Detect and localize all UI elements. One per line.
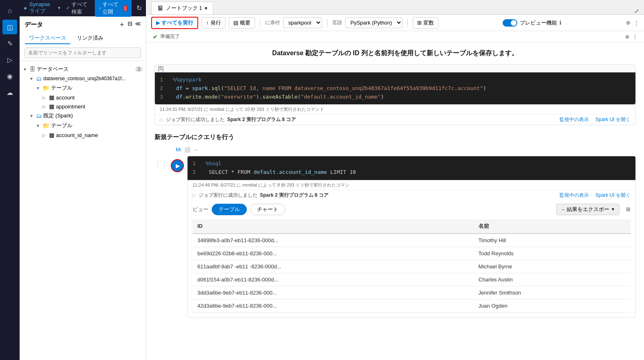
- spark-info-2: Spark 2 実行プログラム 8 コア: [260, 192, 329, 199]
- publish-button[interactable]: ↑ 発行: [201, 17, 226, 29]
- spark-info-1: Spark 2 実行プログラム 8 コア: [227, 116, 296, 123]
- add-resource-icon[interactable]: ＋: [119, 20, 125, 29]
- variables-button[interactable]: ⊞ 変数: [413, 17, 438, 29]
- cell-name: Todd Reynolds: [474, 247, 631, 260]
- chart-view-button[interactable]: チャート: [250, 204, 285, 215]
- view-tabs: ビュー テーブル チャート → 結果をエクスポー ▼ ⊞: [192, 204, 631, 215]
- manage-nav-icon[interactable]: ☁: [2, 85, 17, 100]
- more-options-icon[interactable]: ⋮: [634, 20, 639, 26]
- tree-table-account-id-name[interactable]: ▷ ▦ account_id_name: [20, 130, 146, 140]
- upload-icon: ↑: [206, 20, 209, 26]
- cell-2-toolbar-area: Mi ⬜ ···: [154, 146, 636, 154]
- cell-1-body: 1%%pyspark 2 df = spark.sql("SELECT Id, …: [155, 72, 635, 104]
- monitor-link-2[interactable]: 監視中の表示: [559, 192, 589, 199]
- cell-id: be69d226-02b8-eb11-8236-000...: [192, 247, 474, 260]
- tree-db2[interactable]: ▼ 🗂 既定 (Spark): [20, 111, 146, 121]
- language-select[interactable]: PySpark (Python): [345, 17, 402, 28]
- table-fullscreen-icon[interactable]: ⊞: [626, 206, 631, 212]
- job-success-label-2: ジョブ実行に成功しました: [199, 192, 257, 199]
- cell-2-more-icon[interactable]: ···: [194, 147, 198, 153]
- cell-1-meta: 11:24:31 PM, 6/27/21 に mmittal によって 10 秒…: [155, 104, 635, 114]
- tree-table-account[interactable]: ▷ ▦ account: [20, 93, 146, 102]
- table-row: 3dd3a6be-9eb7-eb11-8236-000...Jennifer S…: [192, 286, 631, 299]
- cell-2-body: 1%%sql 2 SELECT * FROM default.account_i…: [188, 156, 635, 180]
- home-nav-icon[interactable]: ⌂: [2, 3, 17, 18]
- publish-badge: 1: [123, 5, 127, 11]
- preview-toggle-switch[interactable]: [503, 19, 517, 27]
- preview-info-icon[interactable]: ℹ: [559, 20, 561, 26]
- data-nav-icon[interactable]: ◫: [2, 20, 17, 34]
- preview-toggle-area: プレビュー機能 ℹ: [503, 19, 561, 27]
- cell-2-wrapper: ⋮⋮ ▶ 1%%sql 2 SELECT * FROM default.acco…: [154, 156, 636, 318]
- spark-ui-link-1[interactable]: Spark UI を開く: [595, 116, 631, 123]
- job-success-label: ジョブ実行に成功しました: [166, 116, 225, 123]
- sparkpool-select[interactable]: sparkpool: [283, 17, 322, 28]
- notebook-tabs: 📓 ノートブック 1 ⤢: [146, 0, 644, 15]
- tree-db2-tables[interactable]: ▼ 📁 テーブル: [20, 121, 146, 130]
- job-expand-icon[interactable]: ▷: [160, 117, 163, 123]
- tree-db1-tables[interactable]: ▼ 📁 テーブル: [20, 83, 146, 93]
- search-all-button[interactable]: ✓ すべて検索: [66, 1, 90, 16]
- attach-label: に添付: [265, 19, 280, 26]
- spark-ui-link-2[interactable]: Spark UI を開く: [595, 192, 631, 199]
- sidebar-title: データ: [25, 21, 43, 29]
- col-header-name: 名前: [474, 219, 631, 234]
- cell-2-drag-handle[interactable]: ⋮⋮: [154, 156, 168, 168]
- integrate-nav-icon[interactable]: ▷: [2, 52, 17, 67]
- cell-name: Juan Ogden: [474, 299, 631, 312]
- tree-db1[interactable]: ▼ 🗂 dataverse_contoso_unq2b40367a1f...: [20, 74, 146, 83]
- cell-id: 42d3a6be-9eb7-eb11-8236-000...: [192, 299, 474, 312]
- status-text: 準備完了: [160, 33, 180, 40]
- cell-name: Jennifer Smithson: [474, 286, 631, 299]
- table-view-button[interactable]: テーブル: [212, 204, 247, 215]
- status-more-icon[interactable]: ⋮: [633, 34, 637, 40]
- cell-id: d061f154-a0b7-eb11-8236-000d...: [192, 273, 474, 286]
- result-table: ID 名前 34898fe3-a0b7-eb11-8236-000d...Tim…: [192, 219, 631, 313]
- unsaved-dot: [205, 7, 207, 9]
- cell-id: 611aa8bf-9ab7 -eb11 -8236-000d...: [192, 260, 474, 273]
- export-chevron-icon: ▼: [611, 207, 615, 212]
- tab-linked[interactable]: リンク済み: [72, 32, 108, 44]
- tree-databases[interactable]: ▼ 🗄 データベース 2: [20, 64, 146, 74]
- notebook-content: Dataverse 勘定テーブルの ID 列と名前列を使用して新しいテーブルを保…: [146, 43, 644, 360]
- section-2-title: 新規テーブルにクエリを行う: [154, 133, 636, 141]
- settings-icon[interactable]: ⊛: [626, 20, 631, 26]
- outline-icon: ▤: [233, 20, 238, 26]
- notebook-tab-1[interactable]: 📓 ノートブック 1: [151, 2, 213, 14]
- develop-nav-icon[interactable]: ✎: [2, 36, 17, 51]
- job-expand-icon-2[interactable]: ▷: [192, 192, 196, 198]
- tree-table-appointment[interactable]: ▷ ▦ appointment: [20, 102, 146, 111]
- sidebar-tree: ▼ 🗄 データベース 2 ▼ 🗂 dataverse_contoso_unq2b…: [20, 61, 146, 360]
- cell-id: 34898fe3-a0b7-eb11-8236-000d...: [192, 234, 474, 247]
- cell-2-code-icon[interactable]: ⬜: [184, 147, 190, 153]
- view-label: ビュー: [192, 206, 208, 213]
- result-section: ビュー テーブル チャート → 結果をエクスポー ▼ ⊞ I: [188, 200, 635, 317]
- cell-2-md-icon[interactable]: Mi: [176, 147, 181, 153]
- table-row: 611aa8bf-9ab7 -eb11 -8236-000d...Michael…: [192, 260, 631, 273]
- cell-2-run-button[interactable]: ▶: [171, 159, 184, 172]
- export-button[interactable]: → 結果をエクスポー ▼: [556, 204, 619, 215]
- monitor-link-1[interactable]: 監視中の表示: [559, 116, 589, 123]
- run-icon: ▶: [156, 20, 160, 26]
- cell-1-job-result: ▷ ジョブ実行に成功しました Spark 2 実行プログラム 8 コア 監視中の…: [155, 114, 635, 125]
- play-icon: ▶: [176, 162, 180, 169]
- close-sidebar-icon[interactable]: ≪: [135, 20, 141, 29]
- col-header-id: ID: [192, 219, 474, 234]
- collapse-icon[interactable]: ⊟: [127, 20, 132, 29]
- outline-button[interactable]: ▤ 概要: [229, 17, 255, 29]
- toolbar-divider-2: [327, 19, 327, 27]
- refresh-icon[interactable]: ↻: [136, 4, 142, 12]
- synapse-logo[interactable]: ● Synapse ライブ ▼: [24, 1, 61, 15]
- status-ok-icon: ✔: [153, 34, 158, 40]
- table-row: be69d226-02b8-eb11-8236-000...Todd Reyno…: [192, 247, 631, 260]
- tab-workspace[interactable]: ワークスペース: [25, 32, 71, 44]
- publish-all-button[interactable]: ↑ すべて公開 1: [95, 0, 132, 17]
- sidebar-search-input[interactable]: [25, 47, 141, 58]
- status-settings-icon[interactable]: ⊛: [625, 34, 629, 40]
- cell-name: Timothy Hill: [474, 234, 631, 247]
- sidebar: ● Synapse ライブ ▼ ✓ すべて検索 ↑ すべて公開 1 ↻ データ …: [20, 0, 146, 360]
- expand-icon[interactable]: ⤢: [634, 8, 639, 14]
- monitor-nav-icon[interactable]: ◉: [2, 69, 17, 83]
- run-all-button[interactable]: ▶ すべてを実行: [151, 17, 198, 29]
- section-1-title: Dataverse 勘定テーブルの ID 列と名前列を使用して新しいテーブルを保…: [154, 49, 636, 58]
